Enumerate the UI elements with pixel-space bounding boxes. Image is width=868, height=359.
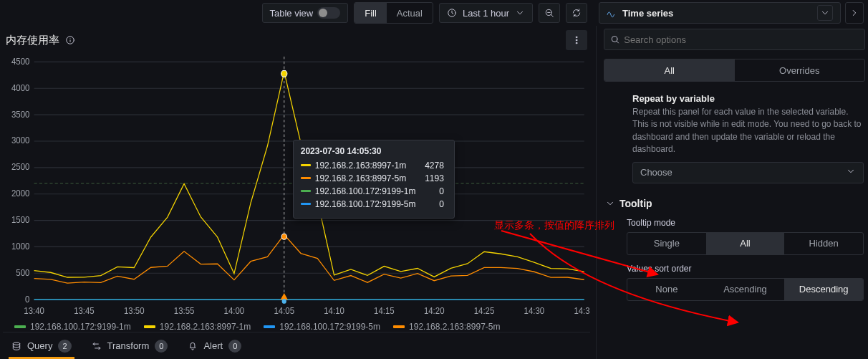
legend-swatch [264,325,275,328]
search-options-input[interactable] [624,34,859,45]
panel-header: 内存使用率 [3,30,590,50]
fill-actual-toggle[interactable]: Fill Actual [354,2,433,24]
panel-title: 内存使用率 [6,34,59,47]
fill-option[interactable]: Fill [355,3,387,23]
tab-alert[interactable]: Alert 0 [188,332,241,359]
viz-chevron-right[interactable] [845,2,864,24]
tooltip-sort-row-none[interactable]: None [627,279,706,300]
svg-text:14:05: 14:05 [274,306,294,317]
svg-text:1000: 1000 [11,241,30,252]
legend-swatch [393,325,405,328]
svg-text:13:45: 13:45 [74,306,95,317]
viz-name: Time series [622,8,673,19]
options-tab-all[interactable]: All [604,59,735,81]
svg-text:14:00: 14:00 [224,306,245,317]
options-sidebar: All Overrides Repeat by variable Repeat … [596,26,868,359]
panel-main: 内存使用率 0500100015002000250030003500400045… [0,26,596,359]
svg-text:14:20: 14:20 [424,306,445,317]
actual-option[interactable]: Actual [387,3,433,23]
svg-text:13:55: 13:55 [174,306,195,317]
options-tabs[interactable]: All Overrides [604,59,865,82]
time-range-picker[interactable]: Last 1 hour [439,3,533,23]
bottom-tabs: Query 2 Transform 0 Alert 0 [3,332,590,359]
svg-text:2000: 2000 [11,188,30,199]
zoom-out-icon [544,8,554,18]
tooltip-section-header[interactable]: Tooltip [605,198,864,209]
tab-transform-badge: 0 [155,340,168,353]
chevron-down-icon [820,8,830,18]
transform-icon [92,341,102,351]
svg-text:14:25: 14:25 [474,306,495,317]
legend-swatch [14,325,26,328]
svg-text:2500: 2500 [11,162,30,173]
tab-query-label: Query [27,340,52,351]
repeat-select-value: Choose [640,167,672,178]
repeat-desc: Repeat this panel for each value in the … [632,106,864,156]
viz-chevron-down[interactable] [817,5,833,21]
clock-icon [447,8,457,18]
chevron-down-icon [846,166,856,176]
legend-label: 192.168.100.172:9199-5m [279,322,380,332]
database-icon [11,341,21,351]
tooltip-sort-radio[interactable]: NoneAscendingDescending [627,278,864,301]
chart-legend: 192.168.100.172:9199-1m192.168.2.163:899… [3,317,590,332]
options-tab-overrides[interactable]: Overrides [735,59,865,81]
chevron-down-icon [605,198,615,209]
legend-label: 192.168.2.163:8997-5m [409,322,500,332]
repeat-title: Repeat by variable [632,93,864,104]
svg-point-5 [576,42,577,44]
svg-point-4 [576,39,577,41]
legend-item[interactable]: 192.168.100.172:9199-5m [264,322,380,332]
search-options[interactable] [604,29,865,50]
time-range-label: Last 1 hour [463,8,509,19]
svg-text:4000: 4000 [11,82,30,93]
chart-area[interactable]: 05001000150020002500300035004000450013:4… [3,50,590,317]
tooltip-sort-row-ascending[interactable]: Ascending [706,279,785,300]
legend-label: 192.168.2.163:8997-1m [160,322,251,332]
chart-tooltip: 2023-07-30 14:05:30192.168.2.163:8997-1m… [293,140,455,219]
tooltip-sort-row-descending[interactable]: Descending [784,279,863,300]
svg-text:13:50: 13:50 [124,306,145,317]
svg-text:0: 0 [25,294,30,305]
bell-icon [188,341,198,351]
tooltip-sort-label: Values sort order [627,264,864,274]
tab-alert-badge: 0 [228,340,241,353]
tab-query-badge: 2 [58,340,71,353]
search-icon [610,34,619,44]
repeat-variable-select[interactable]: Choose [632,162,864,183]
svg-point-3 [576,37,577,38]
top-toolbar: Table view Fill Actual Last 1 hour Time … [0,0,868,26]
panel-menu-button[interactable] [566,30,587,50]
tooltip-mode-row-hidden[interactable]: Hidden [784,233,863,254]
zoom-out-button[interactable] [539,3,560,23]
legend-swatch [144,325,155,328]
tooltip-mode-label: Tooltip mode [627,218,864,228]
tooltip-mode-row-single[interactable]: Single [627,233,706,254]
switch-icon [317,7,340,19]
table-view-toggle[interactable]: Table view [262,3,349,23]
visualization-picker[interactable]: Time series [599,2,841,24]
repeat-section: Repeat by variable Repeat this panel for… [604,90,865,186]
legend-item[interactable]: 192.168.2.163:8997-1m [144,322,251,332]
tab-alert-label: Alert [203,340,223,351]
svg-text:14:30: 14:30 [524,306,545,317]
tab-query[interactable]: Query 2 [11,332,72,359]
tooltip-mode-row-all[interactable]: All [706,233,785,254]
wave-icon [607,8,617,18]
svg-text:3500: 3500 [11,109,30,120]
legend-item[interactable]: 192.168.2.163:8997-5m [393,322,500,332]
svg-point-40 [281,70,287,77]
panel-info-button[interactable] [65,35,75,45]
tooltip-mode-radio[interactable]: SingleAllHidden [627,232,864,255]
svg-text:14:10: 14:10 [324,306,344,317]
refresh-icon [572,8,582,18]
tooltip-section: Tooltip Tooltip mode SingleAllHidden Val… [604,195,865,304]
legend-item[interactable]: 192.168.100.172:9199-1m [14,322,131,332]
chevron-right-icon [849,8,859,18]
svg-point-43 [13,342,19,345]
svg-text:3000: 3000 [11,135,30,146]
table-view-label: Table view [270,8,314,19]
refresh-button[interactable] [566,3,587,23]
svg-text:500: 500 [16,267,29,278]
tab-transform[interactable]: Transform 0 [92,332,168,359]
